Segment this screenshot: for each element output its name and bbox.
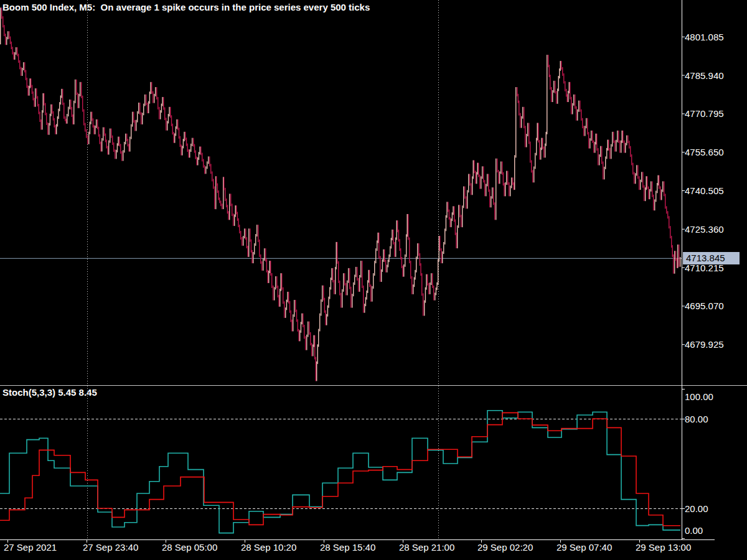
stoch-panel-area[interactable]: [0, 386, 682, 539]
price-axis-scale[interactable]: [682, 0, 747, 539]
time-axis-scale[interactable]: [0, 539, 747, 560]
price-chart-area[interactable]: [0, 0, 682, 385]
mt5-chart-window: Boom 500 Index, M5: On average 1 spike o…: [0, 0, 747, 560]
